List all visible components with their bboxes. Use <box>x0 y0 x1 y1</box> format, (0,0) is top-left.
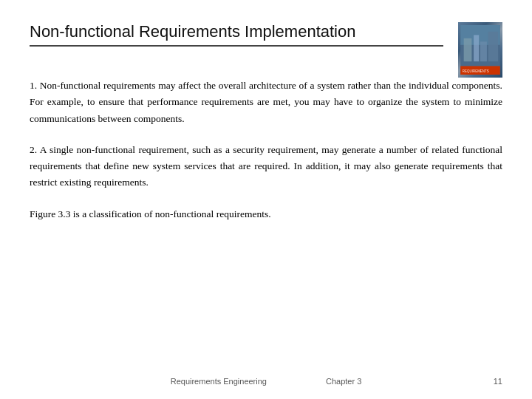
paragraph-1: 1. Non-functional requirements may affec… <box>30 78 502 127</box>
svg-rect-3 <box>474 35 479 61</box>
title-underline <box>30 45 443 47</box>
title-section: Non-functional Requirements Implementati… <box>30 22 443 58</box>
paragraph-3: Figure 3.3 is a classification of non-fu… <box>30 206 502 222</box>
svg-rect-2 <box>464 38 472 61</box>
svg-rect-5 <box>488 32 498 61</box>
svg-rect-4 <box>480 41 487 61</box>
book-cover-svg: REQUIREMENTS <box>458 25 502 75</box>
footer-left: Requirements Engineering <box>171 377 267 386</box>
header-area: Non-functional Requirements Implementati… <box>30 22 502 78</box>
content-area: 1. Non-functional requirements may affec… <box>30 78 502 222</box>
slide-container: Non-functional Requirements Implementati… <box>0 0 532 399</box>
footer-area: Requirements Engineering Chapter 3 <box>0 377 532 386</box>
slide-title: Non-functional Requirements Implementati… <box>30 22 443 45</box>
footer-center: Chapter 3 <box>326 377 361 386</box>
book-image: REQUIREMENTS <box>458 22 502 78</box>
paragraph-2: 2. A single non-functional requirement, … <box>30 142 502 191</box>
page-number: 11 <box>494 377 502 386</box>
footer-page: 11 <box>494 377 502 386</box>
book-thumbnail: REQUIREMENTS <box>458 22 502 78</box>
svg-text:REQUIREMENTS: REQUIREMENTS <box>463 69 489 73</box>
